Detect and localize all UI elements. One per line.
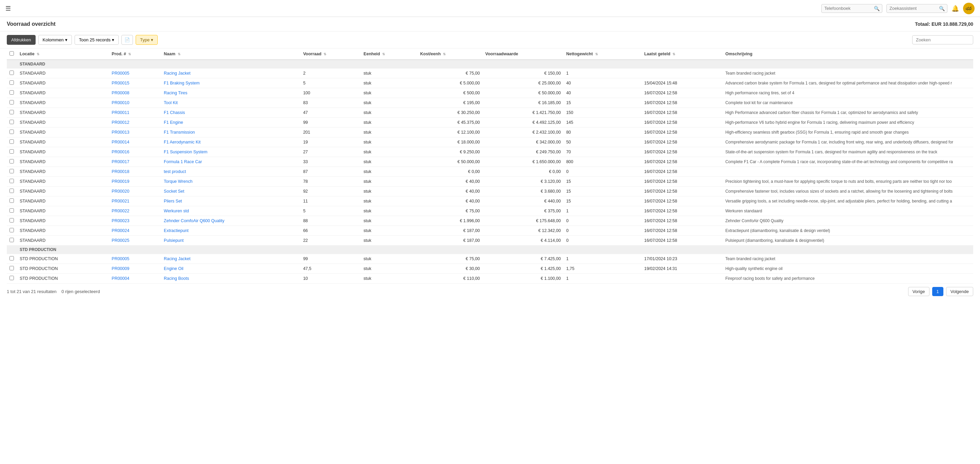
cell-prod-nr[interactable]: PR00019	[109, 177, 161, 187]
prod-nr-link[interactable]: PR00011	[111, 110, 129, 115]
cell-naam[interactable]: Werkuren std	[161, 206, 301, 216]
row-select-checkbox[interactable]	[10, 276, 14, 280]
row-select-checkbox[interactable]	[10, 169, 14, 173]
row-select-checkbox[interactable]	[10, 159, 14, 164]
naam-link[interactable]: Racing Tires	[164, 91, 187, 95]
cell-prod-nr[interactable]: PR00005	[109, 254, 161, 264]
prod-nr-link[interactable]: PR00005	[111, 71, 129, 76]
cell-prod-nr[interactable]: PR00021	[109, 196, 161, 206]
cell-naam[interactable]: F1 Suspension System	[161, 147, 301, 157]
naam-link[interactable]: F1 Engine	[164, 120, 183, 125]
row-checkbox[interactable]	[7, 167, 17, 177]
row-checkbox[interactable]	[7, 196, 17, 206]
row-checkbox[interactable]	[7, 137, 17, 147]
cell-naam[interactable]: Extractiepunt	[161, 226, 301, 236]
row-checkbox[interactable]	[7, 216, 17, 226]
row-checkbox[interactable]	[7, 274, 17, 284]
cell-naam[interactable]: test product	[161, 167, 301, 177]
cell-naam[interactable]: Racing Boots	[161, 274, 301, 284]
prod-nr-link[interactable]: PR00019	[111, 179, 129, 184]
row-select-checkbox[interactable]	[10, 149, 14, 154]
header-eenheid[interactable]: Eenheid ⇅	[361, 48, 417, 60]
row-select-checkbox[interactable]	[10, 228, 14, 232]
cell-naam[interactable]: Formula 1 Race Car	[161, 157, 301, 167]
prod-nr-link[interactable]: PR00009	[111, 266, 129, 271]
select-all-checkbox[interactable]	[10, 51, 14, 56]
prod-nr-link[interactable]: PR00018	[111, 169, 129, 174]
cell-naam[interactable]: Tool Kit	[161, 98, 301, 108]
header-voorraad[interactable]: Voorraad ⇅	[301, 48, 361, 60]
row-select-checkbox[interactable]	[10, 198, 14, 203]
prod-nr-link[interactable]: PR00020	[111, 189, 129, 194]
row-select-checkbox[interactable]	[10, 256, 14, 260]
row-checkbox[interactable]	[7, 88, 17, 98]
row-select-checkbox[interactable]	[10, 120, 14, 124]
header-nettogewicht[interactable]: Nettogewicht ⇅	[563, 48, 641, 60]
row-select-checkbox[interactable]	[10, 179, 14, 183]
prod-nr-link[interactable]: PR00012	[111, 120, 129, 125]
prod-nr-link[interactable]: PR00021	[111, 199, 129, 204]
row-checkbox[interactable]	[7, 236, 17, 246]
row-select-checkbox[interactable]	[10, 266, 14, 270]
row-select-checkbox[interactable]	[10, 208, 14, 213]
zoekassistent-input[interactable]	[889, 6, 937, 11]
prod-nr-link[interactable]: PR00022	[111, 209, 129, 213]
prod-nr-link[interactable]: PR00013	[111, 130, 129, 135]
prod-nr-link[interactable]: PR00016	[111, 150, 129, 154]
cell-naam[interactable]: F1 Chassis	[161, 108, 301, 118]
row-checkbox[interactable]	[7, 226, 17, 236]
header-checkbox[interactable]	[7, 48, 17, 60]
hamburger-icon[interactable]: ☰	[5, 5, 11, 12]
row-select-checkbox[interactable]	[10, 129, 14, 134]
cell-prod-nr[interactable]: PR00018	[109, 167, 161, 177]
avatar[interactable]: 🏎	[963, 3, 975, 14]
cell-prod-nr[interactable]: PR00008	[109, 88, 161, 98]
page-1-button[interactable]: 1	[932, 287, 943, 296]
row-checkbox[interactable]	[7, 98, 17, 108]
prod-nr-link[interactable]: PR00004	[111, 276, 129, 281]
header-kost-eenh[interactable]: Kost/eenh ⇅	[417, 48, 482, 60]
prod-nr-link[interactable]: PR00005	[111, 257, 129, 261]
row-select-checkbox[interactable]	[10, 90, 14, 95]
naam-link[interactable]: Extractiepunt	[164, 228, 189, 233]
prod-nr-link[interactable]: PR00025	[111, 238, 129, 243]
row-checkbox[interactable]	[7, 128, 17, 137]
next-button[interactable]: Volgende	[946, 287, 973, 296]
naam-link[interactable]: F1 Transmission	[164, 130, 195, 135]
cell-naam[interactable]: Pulsiepunt	[161, 236, 301, 246]
columns-button[interactable]: Kolommen ▾	[38, 35, 72, 45]
row-select-checkbox[interactable]	[10, 139, 14, 144]
naam-link[interactable]: Tool Kit	[164, 100, 178, 105]
cell-prod-nr[interactable]: PR00005	[109, 69, 161, 78]
prod-nr-link[interactable]: PR00015	[111, 81, 129, 86]
naam-link[interactable]: F1 Aerodynamic Kit	[164, 140, 200, 145]
naam-link[interactable]: Pulsiepunt	[164, 238, 183, 243]
row-checkbox[interactable]	[7, 206, 17, 216]
bell-icon[interactable]: 🔔	[951, 5, 959, 12]
cell-prod-nr[interactable]: PR00020	[109, 187, 161, 196]
naam-link[interactable]: Torque Wrench	[164, 179, 192, 184]
prod-nr-link[interactable]: PR00024	[111, 228, 129, 233]
prod-nr-link[interactable]: PR00014	[111, 140, 129, 145]
show-records-button[interactable]: Toon 25 records ▾	[75, 35, 119, 45]
row-select-checkbox[interactable]	[10, 218, 14, 223]
row-checkbox[interactable]	[7, 187, 17, 196]
zoekassistent-search[interactable]: 🔍	[886, 4, 947, 13]
table-search-input[interactable]	[916, 37, 963, 42]
naam-link[interactable]: Formula 1 Race Car	[164, 159, 202, 164]
prev-button[interactable]: Vorige	[908, 287, 929, 296]
header-laatst-geteld[interactable]: Laatst geteld ⇅	[641, 48, 722, 60]
cell-naam[interactable]: F1 Braking System	[161, 78, 301, 88]
row-select-checkbox[interactable]	[10, 100, 14, 104]
prod-nr-link[interactable]: PR00008	[111, 91, 129, 95]
export-button[interactable]: 📄	[121, 35, 133, 45]
cell-prod-nr[interactable]: PR00004	[109, 274, 161, 284]
header-naam[interactable]: Naam ⇅	[161, 48, 301, 60]
naam-link[interactable]: Racing Jacket	[164, 71, 191, 76]
cell-prod-nr[interactable]: PR00024	[109, 226, 161, 236]
cell-naam[interactable]: F1 Engine	[161, 118, 301, 128]
naam-link[interactable]: F1 Suspension System	[164, 150, 208, 154]
naam-link[interactable]: Racing Boots	[164, 276, 189, 281]
row-select-checkbox[interactable]	[10, 238, 14, 242]
row-checkbox[interactable]	[7, 264, 17, 274]
